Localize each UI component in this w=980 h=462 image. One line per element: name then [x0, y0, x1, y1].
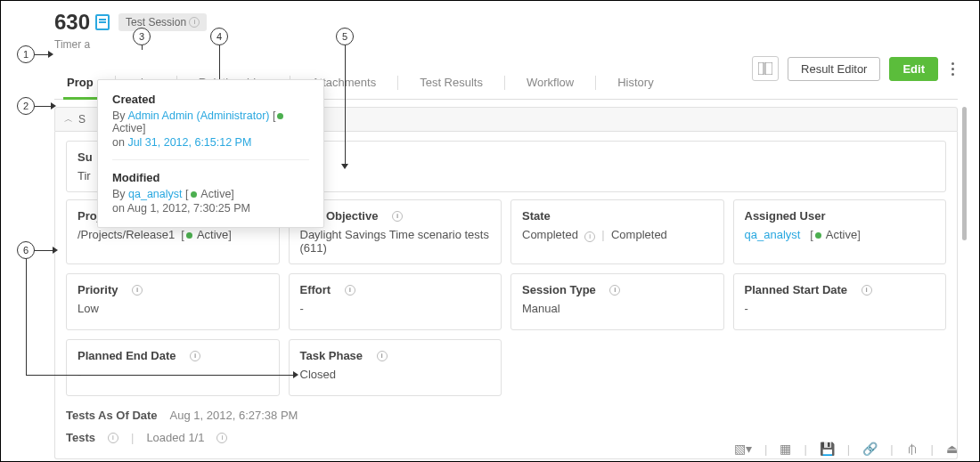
created-user-link[interactable]: Admin Admin (Administrator)	[127, 109, 269, 122]
grid-icon[interactable]: ▦	[780, 442, 791, 456]
tab-test-results[interactable]: Test Results	[407, 67, 495, 99]
field-priority: Priority i Low	[66, 273, 280, 330]
tests-as-of-row: Tests As Of Date Aug 1, 2012, 6:27:38 PM	[66, 409, 946, 422]
filter-off-icon[interactable]: ⫛	[906, 442, 919, 456]
layout-toggle-button[interactable]	[752, 56, 779, 81]
tab-history[interactable]: History	[605, 67, 666, 99]
assigned-user-link[interactable]: qa_analyst	[745, 228, 801, 241]
scrollbar[interactable]	[962, 107, 967, 240]
info-icon: i	[189, 17, 200, 28]
tab-workflow[interactable]: Workflow	[514, 67, 586, 99]
item-header: 630 Test Session i	[54, 10, 958, 35]
info-icon[interactable]: i	[190, 351, 200, 361]
field-session-type: Session Type i Manual	[510, 273, 724, 330]
field-task-phase: Task Phase i Closed	[289, 339, 502, 396]
created-modified-popover: Created By Admin Admin (Administrator) […	[97, 79, 324, 228]
field-planned-start: Planned Start Date i -	[733, 273, 947, 330]
image-icon[interactable]: ▧▾	[734, 442, 752, 456]
svg-rect-1	[765, 62, 772, 75]
info-icon[interactable]: i	[392, 211, 403, 222]
type-chip[interactable]: Test Session i	[118, 13, 207, 31]
document-icon	[95, 14, 110, 30]
status-dot-icon	[815, 232, 821, 239]
field-state: State Completed i | Completed	[510, 199, 724, 264]
info-icon[interactable]: i	[132, 285, 143, 296]
annotation-5: 5	[336, 28, 354, 45]
item-id: 630	[54, 10, 90, 35]
annotation-3: 3	[133, 28, 151, 45]
modified-user-link[interactable]: qa_analyst	[128, 188, 182, 200]
footer-toolbar: ▧▾ | ▦ | 💾 | 🔗 | ⫛ | ⏏	[734, 442, 958, 456]
result-editor-button[interactable]: Result Editor	[788, 57, 880, 81]
info-icon[interactable]: i	[377, 351, 388, 361]
item-subtitle: Timer a	[54, 38, 958, 51]
info-icon[interactable]: i	[609, 285, 620, 296]
field-planned-end: Planned End Date i -	[66, 339, 280, 396]
edit-button[interactable]: Edit	[889, 57, 938, 81]
test-objective-link[interactable]: Daylight Savings Time scenario tests (61…	[300, 228, 491, 255]
svg-rect-0	[758, 62, 764, 75]
field-effort: Effort i -	[289, 273, 502, 330]
more-menu-button[interactable]	[947, 62, 958, 76]
info-icon[interactable]: i	[345, 285, 355, 296]
info-icon[interactable]: i	[216, 433, 227, 443]
toolbar: Result Editor Edit	[752, 56, 958, 81]
chevron-up-icon: ︿	[64, 113, 73, 126]
annotation-6: 6	[17, 241, 35, 259]
info-icon[interactable]: i	[108, 433, 118, 443]
status-dot-icon	[277, 113, 283, 119]
status-dot-icon	[186, 232, 192, 239]
field-assigned-user: Assigned User qa_analyst [ Active]	[733, 199, 947, 264]
link-icon[interactable]: 🔗	[862, 442, 878, 456]
status-dot-icon	[191, 191, 197, 198]
annotation-1: 1	[17, 45, 35, 63]
annotation-2: 2	[17, 97, 35, 115]
save-icon[interactable]: 💾	[820, 442, 835, 456]
eject-icon[interactable]: ⏏	[946, 442, 958, 456]
info-icon[interactable]: i	[862, 285, 872, 296]
annotation-4: 4	[210, 28, 228, 45]
created-date-link[interactable]: Jul 31, 2012, 6:15:12 PM	[127, 136, 251, 149]
info-icon[interactable]: i	[584, 231, 595, 242]
